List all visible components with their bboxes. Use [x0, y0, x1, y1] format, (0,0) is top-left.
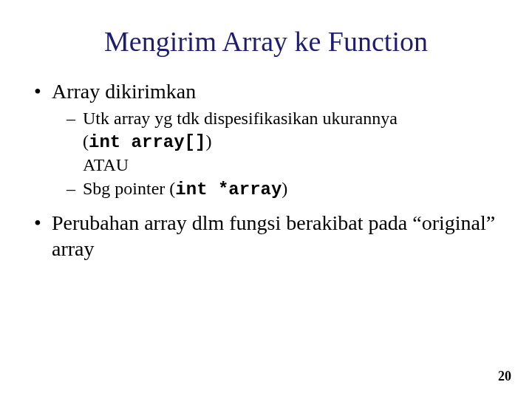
slide: Mengirim Array ke Function Array dikirim… — [0, 0, 532, 399]
bullet-1-sub2: Sbg pointer (int *array) — [66, 177, 501, 201]
slide-title: Mengirim Array ke Function — [0, 0, 532, 58]
bullet-list: Array dikirimkan Utk array yg tdk dispes… — [31, 78, 501, 262]
bullet-1-sub1-line3: ATAU — [83, 154, 501, 177]
code-int-array-brackets: int array[] — [89, 132, 205, 152]
bullet-2-text: Perubahan array dlm fungsi berakibat pad… — [52, 211, 495, 260]
bullet-1-sub2-text: Sbg pointer ( — [83, 179, 175, 198]
bullet-1-sublist: Utk array yg tdk dispesifikasikan ukuran… — [66, 107, 501, 201]
bullet-1-sub1: Utk array yg tdk dispesifikasikan ukuran… — [66, 107, 501, 177]
page-number: 20 — [498, 369, 511, 384]
bullet-1-sub1-line2: (int array[]) — [83, 130, 501, 154]
bullet-2: Perubahan array dlm fungsi berakibat pad… — [31, 210, 501, 262]
slide-body: Array dikirimkan Utk array yg tdk dispes… — [0, 58, 532, 262]
code-int-star-array: int *array — [175, 180, 282, 200]
bullet-1: Array dikirimkan Utk array yg tdk dispes… — [31, 78, 501, 201]
bullet-1-sub1-text: Utk array yg tdk dispesifikasikan ukuran… — [83, 109, 398, 128]
bullet-1-sub2-close: ) — [282, 179, 287, 198]
bullet-1-text: Array dikirimkan — [52, 80, 196, 103]
